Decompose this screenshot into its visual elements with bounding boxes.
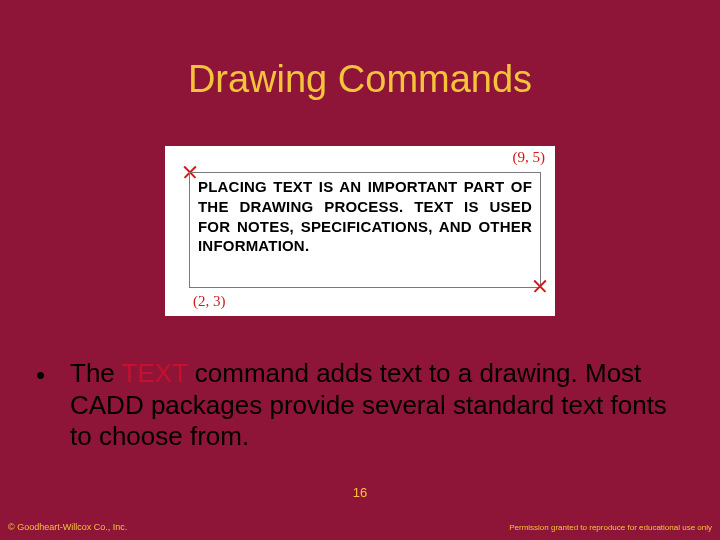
slide: Drawing Commands (9, 5) PLACING TEXT IS … <box>0 0 720 540</box>
bullet-text-pre: The <box>70 358 122 388</box>
placed-text-content: PLACING TEXT IS AN IMPORTANT PART OF THE… <box>198 177 532 256</box>
text-command-illustration: (9, 5) PLACING TEXT IS AN IMPORTANT PART… <box>165 146 555 316</box>
corner-marker-icon <box>533 279 547 293</box>
slide-title: Drawing Commands <box>0 58 720 101</box>
bullet-marker: • <box>36 358 70 453</box>
permission-footer: Permission granted to reproduce for educ… <box>509 523 712 532</box>
page-number: 16 <box>0 485 720 500</box>
bullet-list: • The TEXT command adds text to a drawin… <box>36 358 690 453</box>
text-bounding-box: PLACING TEXT IS AN IMPORTANT PART OF THE… <box>189 172 541 288</box>
coordinate-bottom-left: (2, 3) <box>193 293 226 310</box>
bullet-keyword: TEXT <box>122 358 188 388</box>
copyright-footer: © Goodheart-Willcox Co., Inc. <box>8 522 127 532</box>
coordinate-top-right: (9, 5) <box>513 149 546 166</box>
bullet-item: • The TEXT command adds text to a drawin… <box>36 358 690 453</box>
bullet-text: The TEXT command adds text to a drawing.… <box>70 358 690 453</box>
